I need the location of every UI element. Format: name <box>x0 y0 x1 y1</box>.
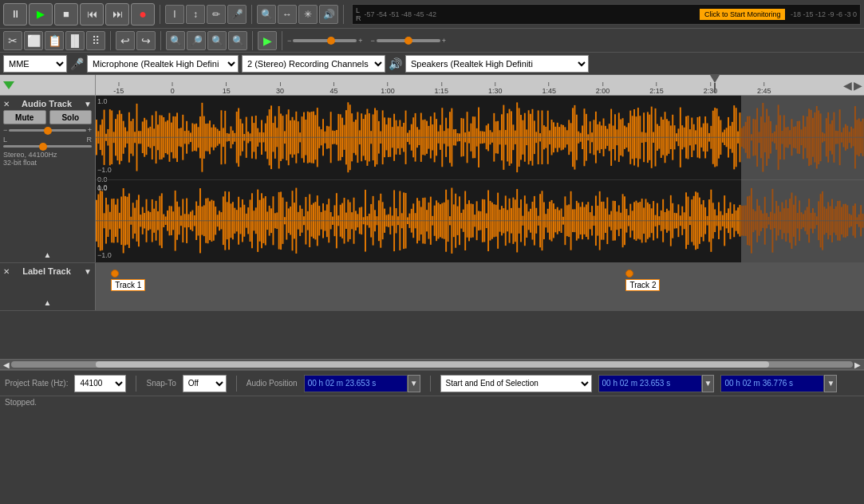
pencil-tool-button[interactable]: ✏ <box>207 5 226 24</box>
zoom-fit-btn2[interactable]: 🔍 <box>228 31 247 50</box>
selection-end-input[interactable] <box>720 375 824 392</box>
tools-section: I ↕ ✏ 🎤 🔍 ↔ ✳ 🔊 <box>165 5 338 24</box>
mute-button[interactable]: Mute <box>3 110 46 124</box>
label-track-arrow[interactable]: ▼ <box>84 267 92 276</box>
select-tool-button[interactable]: I <box>165 5 184 24</box>
label-track: ✕ Label Track ▼ ▲ Track 1 Track 2 <box>0 263 864 311</box>
speaker-select[interactable]: Speakers (Realtek High Definiti <box>405 55 589 73</box>
label-box-1: Track 1 <box>111 279 145 291</box>
ruler-mark-45: 45 <box>330 82 338 95</box>
ruler-mark-15: 15 <box>223 82 231 95</box>
project-rate-select[interactable]: 44100 <box>74 375 126 392</box>
audio-waveform[interactable]: 1.0 0.0 −1.0 1.0 0.0 −1.0 <box>96 96 864 262</box>
timeline-ruler[interactable]: -15 0 15 30 45 1:00 1:15 1:30 1:45 2:00 … <box>0 75 864 96</box>
speed-slider[interactable] <box>377 39 440 42</box>
project-rate-label: Project Rate (Hz): <box>5 379 68 388</box>
ruler-marks[interactable]: -15 0 15 30 45 1:00 1:15 1:30 1:45 2:00 … <box>96 75 864 95</box>
track-arrow[interactable]: ▼ <box>84 100 92 108</box>
copy-button[interactable]: ⬜ <box>24 31 43 50</box>
playhead-indicator <box>710 75 720 93</box>
horizontal-scrollbar[interactable]: ◀ ▶ <box>0 359 864 370</box>
channels-select[interactable]: 2 (Stereo) Recording Channels <box>242 55 385 73</box>
separator-4 <box>110 31 111 50</box>
ruler-left-arrow[interactable]: ◀ <box>843 79 852 92</box>
ruler-right-arrow[interactable]: ▶ <box>854 79 862 92</box>
zoom-in-btn2[interactable]: 🔍 <box>166 31 185 50</box>
status-sep-2 <box>236 376 237 392</box>
speaker-icon: 🔊 <box>389 57 402 70</box>
mute-solo-row: Mute Solo <box>3 110 92 124</box>
pan-slider[interactable] <box>3 145 92 148</box>
silence-button[interactable]: ⠿ <box>86 31 105 50</box>
multi-tool-button[interactable]: ✳ <box>298 5 318 24</box>
ruler-mark-2-45: 2:45 <box>757 82 771 95</box>
undo-button[interactable]: ↩ <box>116 31 135 50</box>
play-at-speed-btn[interactable]: ▶ <box>258 31 277 50</box>
paste-button[interactable]: 📋 <box>45 31 64 50</box>
track-close-button[interactable]: ✕ <box>3 100 10 108</box>
volume-slider[interactable] <box>293 39 357 42</box>
redo-button[interactable]: ↪ <box>136 31 156 50</box>
lr-labels: L R <box>3 136 92 144</box>
selection-start-input[interactable] <box>598 375 702 392</box>
trim-button[interactable]: ▐▌ <box>65 31 85 50</box>
label-marker-2[interactable]: Track 2 <box>625 270 660 291</box>
speaker-button[interactable]: 🔊 <box>319 5 338 24</box>
scrollbar-track[interactable] <box>11 361 853 368</box>
skip-end-button[interactable]: ⏭ <box>105 3 129 26</box>
snap-to-label: Snap-To <box>146 379 176 388</box>
label-box-2: Track 2 <box>625 279 660 291</box>
ruler-mark-1-15: 1:15 <box>435 82 449 95</box>
selection-end-dropdown[interactable]: ▼ <box>824 375 837 392</box>
scrollbar-thumb[interactable] <box>96 361 769 368</box>
pan-thumb <box>39 143 47 151</box>
mic-icon: 🎤 <box>70 57 84 70</box>
play-button[interactable]: ▶ <box>29 3 53 26</box>
label-track-collapse-button[interactable]: ▲ <box>3 298 92 307</box>
record-button[interactable]: ● <box>131 3 155 26</box>
record-meter-button[interactable]: 🎤 <box>227 5 247 24</box>
status-sep-3 <box>430 376 431 392</box>
audio-track-name: Audio Track <box>10 99 84 108</box>
stop-button[interactable]: ■ <box>54 3 78 26</box>
second-toolbar: ✂ ⬜ 📋 ▐▌ ⠿ ↩ ↪ 🔍 🔎 🔍 🔍 ▶ − + − + <box>0 29 864 53</box>
audio-position-dropdown[interactable]: ▼ <box>408 375 420 392</box>
selection-format-select[interactable]: Start and End of Selection <box>440 375 592 392</box>
mic-select[interactable]: Microphone (Realtek High Defini <box>87 55 239 73</box>
gain-slider[interactable] <box>9 129 85 132</box>
zoom-out-btn[interactable]: 🔎 <box>187 31 206 50</box>
label-track-content[interactable]: Track 1 Track 2 <box>96 263 864 310</box>
status-bar: Project Rate (Hz): 44100 Snap-To Off Aud… <box>0 370 864 396</box>
audio-track: ✕ Audio Track ▼ Mute Solo − + L R <box>0 96 864 263</box>
empty-area <box>0 311 864 359</box>
solo-button[interactable]: Solo <box>49 110 93 124</box>
ruler-mark-1-00: 1:00 <box>381 82 395 95</box>
label-track-close-button[interactable]: ✕ <box>3 267 10 276</box>
bottom-status: Stopped. <box>0 396 864 410</box>
gain-minus-label: − <box>3 126 7 134</box>
track-collapse-button[interactable]: ▲ <box>3 250 92 259</box>
zoom-in-button[interactable]: 🔍 <box>257 5 276 24</box>
scroll-right-arrow[interactable]: ▶ <box>853 360 862 369</box>
selection-start-input-group: ▼ <box>598 375 715 392</box>
lr-indicator: LR <box>356 6 361 22</box>
ruler-mark-1-45: 1:45 <box>542 82 556 95</box>
cursor-triangle <box>3 81 14 89</box>
audio-track-controls: ✕ Audio Track ▼ Mute Solo − + L R <box>0 96 96 262</box>
api-select[interactable]: MME <box>3 55 67 73</box>
pause-button[interactable]: ⏸ <box>3 3 27 26</box>
monitor-button[interactable]: Click to Start Monitoring <box>700 9 786 20</box>
skip-start-button[interactable]: ⏮ <box>80 3 104 26</box>
label-dot-2 <box>625 270 633 278</box>
device-row: MME 🎤 Microphone (Realtek High Defini 2 … <box>0 53 864 75</box>
envelope-tool-button[interactable]: ↕ <box>186 5 205 24</box>
label-marker-1[interactable]: Track 1 <box>111 270 145 291</box>
main-content: ✕ Audio Track ▼ Mute Solo − + L R <box>0 96 864 359</box>
scroll-left-arrow[interactable]: ◀ <box>2 360 11 369</box>
snap-to-select[interactable]: Off <box>183 375 227 392</box>
audio-position-input[interactable] <box>304 375 408 392</box>
zoom-sel-btn[interactable]: 🔍 <box>207 31 227 50</box>
zoom-fit-button[interactable]: ↔ <box>278 5 297 24</box>
selection-start-dropdown[interactable]: ▼ <box>702 375 715 392</box>
cut-button[interactable]: ✂ <box>3 31 22 50</box>
